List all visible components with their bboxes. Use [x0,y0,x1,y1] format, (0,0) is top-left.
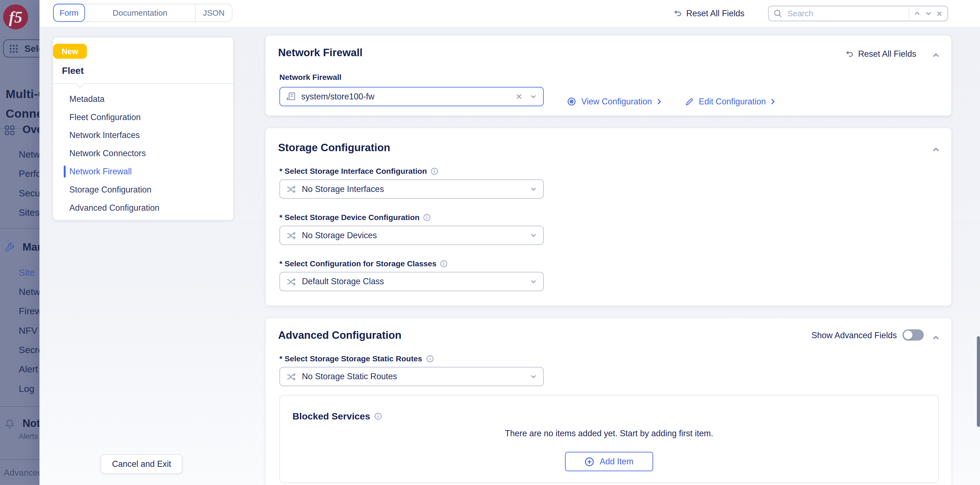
vertical-scrollbar-thumb[interactable] [977,336,980,427]
screenshot-viewport: f5 Sele Multi-C Connec Ove [0,0,980,485]
form-nav-title: Fleet [62,65,84,76]
blocked-services-box: Blocked Services There are no items adde… [279,395,939,483]
select-value: system/store100-fw [301,92,510,101]
sidebar-item-firewall[interactable]: Firew [19,304,40,318]
sidebar-item-secrets[interactable]: Secre [19,342,40,356]
sidebar-item-label: Man [22,241,40,254]
nav-item-network-connectors[interactable]: Network Connectors [53,144,233,162]
storage-interface-select[interactable]: No Storage Interfaces [279,179,544,199]
edit-configuration-link[interactable]: Edit Configuration [685,97,775,106]
sidebar-item-alerts[interactable]: Alert [19,362,38,376]
section-title: Storage Configuration [278,142,390,154]
sidebar-item-nfv[interactable]: NFV [19,323,37,337]
reset-all-fields-button[interactable]: Reset All Fields [673,0,745,27]
sidebar-divider [0,460,40,460]
select-value: No Storage Interfaces [302,184,525,194]
sidebar-item-sites[interactable]: Sites [19,205,40,219]
sidebar-title-line1: Multi-C [5,87,40,101]
search-icon [774,10,782,17]
branch-arrows-icon [286,277,296,286]
sidebar-item-label: Ove [22,124,40,136]
branch-arrows-icon [286,185,296,194]
svg-text:f5: f5 [9,8,22,26]
info-icon[interactable] [440,260,448,267]
nav-item-metadata[interactable]: Metadata [53,90,233,108]
storage-device-select[interactable]: No Storage Devices [279,226,544,245]
sidebar-item-logs[interactable]: Log [19,381,35,395]
chevron-down-icon[interactable] [530,232,537,239]
sidebar-item-manage[interactable]: Man [0,240,40,255]
chevron-down-icon[interactable] [530,186,537,192]
info-icon[interactable] [431,167,438,175]
search-clear-icon[interactable] [936,10,943,16]
section-title: Network Firewall [278,47,363,59]
form-tabbar: Form Documentation JSON Reset All Fields [40,0,980,27]
clear-selection-icon[interactable] [515,93,522,100]
field-label: * Select Storage Device Configuration [279,213,431,222]
wrench-icon [5,242,15,253]
chevron-down-icon[interactable] [530,373,537,380]
search-box [768,5,948,21]
service-selector[interactable]: Sele [3,40,40,57]
section-reset-button[interactable]: Reset All Fields [844,49,916,59]
search-divider [908,9,909,18]
view-tab-group: Form Documentation JSON [53,4,232,22]
add-item-button[interactable]: Add Item [565,452,653,471]
show-advanced-fields-toggle[interactable] [903,329,924,341]
form-content: New Fleet Metadata Fleet Configuration N… [40,27,980,485]
search-input[interactable] [786,8,905,19]
undo-icon [673,9,682,18]
info-icon[interactable] [423,214,431,221]
collapse-section-icon[interactable] [932,51,940,59]
configuration-links: View Configuration Edit Configuration [567,92,775,111]
bell-icon [5,418,15,429]
field-label: Network Firewall [279,73,341,82]
nav-item-advanced-configuration[interactable]: Advanced Configuration [53,199,233,217]
search-prev-icon[interactable] [914,10,921,17]
empty-list-message: There are no items added yet. Start by a… [280,429,938,438]
chevron-down-icon[interactable] [530,93,537,100]
network-firewall-select[interactable]: system/store100-fw [279,87,544,106]
plus-circle-icon [585,456,595,466]
form-nav-divider-notch [75,80,84,88]
field-label: * Select Storage Storage Static Routes [279,355,433,363]
sidebar-item-notifications[interactable]: Noti [0,416,40,431]
select-value: No Storage Devices [302,231,525,240]
select-value: No Storage Static Routes [302,372,525,381]
network-firewall-section: Network Firewall Reset All Fields Networ… [266,35,951,115]
sidebar-item-overview[interactable]: Ove [0,122,40,137]
storage-class-select[interactable]: Default Storage Class [279,272,544,291]
collapse-section-icon[interactable] [932,146,940,154]
chevron-down-icon[interactable] [530,278,537,285]
nav-item-fleet-configuration[interactable]: Fleet Configuration [53,108,233,126]
branch-arrows-icon [286,372,296,381]
section-title: Advanced Configuration [278,329,402,342]
toggle-label: Show Advanced Fields [811,330,897,340]
nav-item-network-interfaces[interactable]: Network Interfaces [53,126,233,144]
form-nav-card: New Fleet Metadata Fleet Configuration N… [53,37,233,220]
storage-static-routes-select[interactable]: No Storage Static Routes [279,367,544,386]
sidebar-item-security[interactable]: Secu [19,186,40,199]
sidebar-item-networking-manage[interactable]: Netw [19,284,40,298]
tab-form[interactable]: Form [53,4,85,22]
tab-documentation[interactable]: Documentation [85,5,196,21]
sidebar-item-advanced[interactable]: Advanced [4,468,40,477]
sidebar-item-label: Noti [22,418,40,430]
service-selector-label: Sele [24,43,39,54]
info-icon[interactable] [375,412,382,420]
nav-item-storage-configuration[interactable]: Storage Configuration [53,181,233,199]
view-configuration-link[interactable]: View Configuration [567,97,661,106]
new-badge: New [53,44,87,59]
search-next-icon[interactable] [925,10,932,17]
section-reset-label: Reset All Fields [858,49,916,59]
sidebar-item-performance[interactable]: Perfo [19,166,40,180]
sidebar-item-site-management[interactable]: Site [19,265,35,279]
nav-item-network-firewall[interactable]: Network Firewall [53,162,233,181]
advanced-configuration-section: Advanced Configuration Show Advanced Fie… [266,318,951,485]
cancel-and-exit-button[interactable]: Cancel and Exit [100,455,182,474]
form-overlay-panel: Form Documentation JSON Reset All Fields [40,0,980,485]
collapse-section-icon[interactable] [932,334,940,342]
info-icon[interactable] [426,355,434,363]
tab-json[interactable]: JSON [196,5,232,21]
sidebar-item-networking[interactable]: Netw [19,147,40,161]
